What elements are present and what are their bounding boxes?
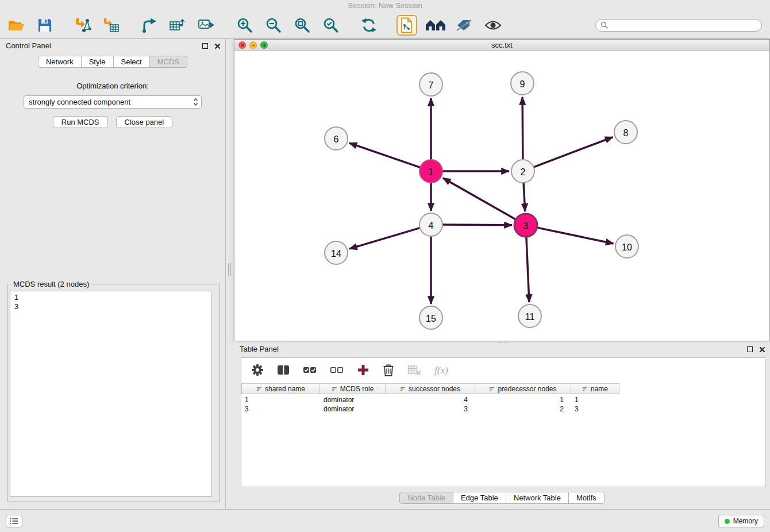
cell-successor-nodes: 4 — [386, 396, 475, 404]
unchecked-boxes-icon — [330, 365, 344, 375]
close-panel-icon[interactable] — [214, 43, 221, 49]
network-canvas[interactable]: 7968124314101511 — [234, 51, 769, 341]
tab-mcds[interactable]: MCDS — [150, 56, 187, 68]
column-header-label: successor nodes — [409, 385, 460, 393]
run-mcds-button[interactable]: Run MCDS — [53, 116, 108, 128]
column-header-predecessor-nodes[interactable]: predecessor nodes — [475, 383, 571, 394]
zoom-fit-button[interactable] — [292, 15, 313, 36]
graph-edge-2-9[interactable] — [522, 97, 523, 160]
graph-edge-4-14[interactable] — [349, 228, 420, 249]
zoom-fit-icon — [294, 17, 310, 33]
graph-node-label-9: 9 — [520, 79, 525, 89]
graph-edge-2-3[interactable] — [523, 183, 525, 211]
close-window-button[interactable] — [238, 41, 246, 49]
control-panel-title: Control Panel — [6, 41, 51, 50]
column-sort-icon — [400, 386, 406, 392]
refresh-view-button[interactable] — [359, 15, 379, 36]
gear-icon — [251, 364, 264, 376]
dropdown-chevrons-icon — [193, 98, 198, 106]
export-network-button[interactable] — [139, 15, 160, 36]
graph-node-label-15: 15 — [426, 314, 436, 323]
table-panel-title: Table Panel — [240, 345, 279, 353]
minimize-window-button[interactable] — [249, 41, 257, 49]
mcds-result-title: MCDS result (2 nodes) — [11, 280, 91, 288]
close-table-panel-icon[interactable] — [759, 346, 765, 353]
column-settings-button[interactable] — [251, 364, 264, 378]
tab-network[interactable]: Network — [38, 56, 82, 68]
cell-shared-name: 3 — [241, 405, 320, 413]
optimization-dropdown-value: strongly connected component — [29, 98, 130, 106]
tab-network-table[interactable]: Network Table — [506, 492, 569, 504]
delete-columns-button[interactable] — [383, 363, 394, 379]
import-table-icon — [103, 17, 120, 33]
split-table-button[interactable] — [277, 364, 290, 377]
import-network-button[interactable] — [72, 15, 93, 36]
task-history-button[interactable] — [6, 515, 22, 527]
open-session-button[interactable] — [6, 15, 26, 36]
select-all-rows-button[interactable] — [303, 365, 317, 376]
table-panel: Table Panel — [234, 342, 770, 509]
tab-edge-table[interactable]: Edge Table — [453, 492, 506, 504]
apply-function-button[interactable]: f(x) — [434, 365, 448, 376]
export-table-button[interactable] — [168, 15, 188, 36]
deselect-all-rows-button[interactable] — [330, 365, 344, 376]
graph-edge-3-10[interactable] — [537, 228, 614, 244]
table-row[interactable]: 3dominator323 — [241, 404, 765, 414]
first-neighbors-button[interactable] — [425, 15, 446, 36]
float-table-panel-icon[interactable] — [747, 346, 753, 352]
table-row[interactable]: 1dominator411 — [241, 395, 765, 404]
checked-boxes-icon — [303, 365, 317, 375]
graph-edge-1-6[interactable] — [349, 143, 420, 168]
column-sort-icon — [489, 386, 495, 392]
add-column-button[interactable] — [357, 364, 369, 378]
delete-table-icon — [407, 364, 421, 376]
optimization-dropdown[interactable]: strongly connected component — [24, 95, 202, 109]
graph-edge-2-8[interactable] — [534, 137, 613, 167]
open-folder-icon — [7, 18, 25, 33]
column-header-shared-name[interactable]: shared name — [241, 383, 320, 394]
column-header-successor-nodes[interactable]: successor nodes — [386, 383, 475, 394]
close-glyph-icon — [240, 43, 245, 48]
graph-node-label-4: 4 — [429, 221, 434, 230]
zoom-in-icon — [237, 17, 253, 33]
tab-node-table[interactable]: Node Table — [399, 492, 453, 504]
zoom-window-button[interactable] — [260, 41, 268, 49]
export-image-button[interactable] — [197, 15, 217, 36]
graph-node-label-8: 8 — [623, 128, 629, 138]
zoom-in-button[interactable] — [234, 15, 255, 36]
delete-table-button[interactable] — [407, 364, 421, 377]
column-header-mcds-role[interactable]: MCDS role — [320, 383, 386, 394]
vertical-splitter-grip[interactable] — [228, 263, 231, 276]
fx-icon: f(x) — [434, 365, 448, 376]
zoom-selected-button[interactable] — [321, 15, 341, 36]
tab-select[interactable]: Select — [114, 56, 150, 68]
table-body[interactable]: 1dominator4113dominator323 — [241, 394, 765, 487]
cell-predecessor-nodes: 2 — [475, 405, 571, 413]
graph-node-label-1: 1 — [429, 167, 434, 177]
clone-network-view-button[interactable] — [396, 15, 417, 36]
mcds-result-line: 1 — [14, 293, 207, 302]
search-input[interactable] — [611, 21, 757, 29]
graph-edge-3-1[interactable] — [443, 178, 516, 219]
graph-edge-3-11[interactable] — [526, 237, 529, 302]
column-sort-icon — [256, 386, 262, 392]
column-header-label: name — [591, 385, 608, 393]
tab-motifs[interactable]: Motifs — [569, 492, 605, 504]
mcds-result-box[interactable]: 13 — [10, 291, 211, 497]
search-box[interactable] — [595, 19, 762, 32]
close-panel-button[interactable]: Close panel — [116, 116, 173, 128]
memory-button[interactable]: Memory — [718, 515, 764, 527]
import-network-icon — [74, 17, 91, 33]
save-session-button[interactable] — [34, 15, 55, 36]
column-header-name[interactable]: name — [571, 383, 619, 394]
annotations-button[interactable] — [454, 15, 475, 36]
float-panel-icon[interactable] — [202, 43, 208, 49]
import-table-button[interactable] — [101, 15, 122, 36]
vertical-splitter[interactable] — [226, 39, 234, 509]
tab-style[interactable]: Style — [82, 56, 114, 68]
graph-edge-4-3[interactable] — [442, 225, 512, 225]
zoom-out-icon — [265, 17, 282, 33]
show-graphics-details-button[interactable] — [483, 15, 503, 36]
application-window: Session: New Session — [0, 0, 770, 532]
zoom-out-button[interactable] — [263, 15, 284, 36]
